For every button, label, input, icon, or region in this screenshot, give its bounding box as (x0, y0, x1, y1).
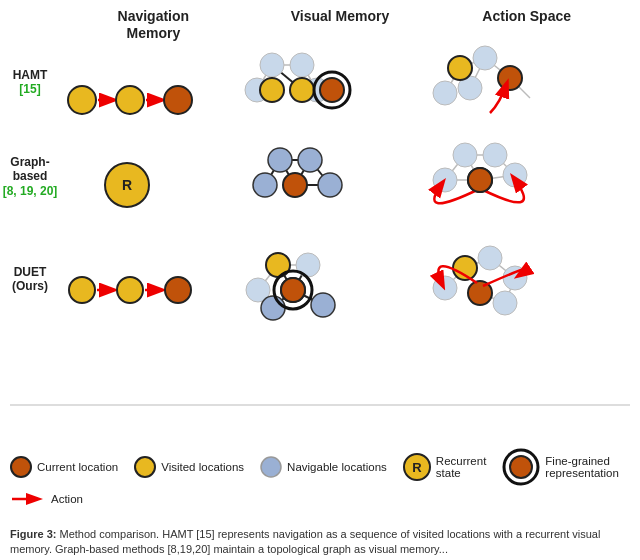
svg-point-0 (68, 86, 96, 114)
svg-point-72 (261, 296, 285, 320)
svg-point-56 (69, 277, 95, 303)
main-container: NavigationMemory Visual Memory Action Sp… (0, 0, 640, 560)
legend-fine-grained-label: Fine-grainedrepresentation (545, 455, 619, 479)
svg-point-42 (283, 173, 307, 197)
svg-point-28 (448, 56, 472, 80)
svg-point-39 (268, 148, 292, 172)
svg-point-13 (290, 53, 314, 77)
svg-point-12 (260, 53, 284, 77)
svg-point-4 (164, 86, 192, 114)
header-row: NavigationMemory Visual Memory Action Sp… (60, 8, 620, 42)
svg-point-41 (318, 173, 342, 197)
svg-text:R: R (412, 460, 422, 475)
svg-point-52 (503, 163, 527, 187)
header-visual-memory: Visual Memory (247, 8, 434, 42)
svg-point-60 (165, 277, 191, 303)
svg-point-93 (510, 456, 532, 478)
legend-action: Action (10, 490, 83, 508)
svg-point-29 (498, 66, 522, 90)
legend-visited-label: Visited locations (161, 461, 244, 473)
legend-current-location: Current location (10, 456, 118, 478)
legend-navigable-label: Navigable locations (287, 461, 387, 473)
svg-point-55 (468, 168, 492, 192)
header-nav-memory: NavigationMemory (60, 8, 247, 42)
svg-point-58 (117, 277, 143, 303)
svg-point-82 (478, 246, 502, 270)
legend: Current location Visited locations Navig… (10, 448, 630, 508)
header-action-space: Action Space (433, 8, 620, 42)
svg-point-38 (253, 173, 277, 197)
svg-point-40 (298, 148, 322, 172)
diagrams-svg: R (0, 40, 640, 460)
svg-point-16 (260, 78, 284, 102)
svg-point-90 (261, 457, 281, 477)
svg-point-27 (473, 46, 497, 70)
svg-point-17 (290, 78, 314, 102)
svg-point-88 (11, 457, 31, 477)
legend-navigable-locations: Navigable locations (260, 456, 387, 478)
svg-point-51 (433, 168, 457, 192)
caption: Figure 3: Method comparison. HAMT [15] r… (10, 527, 630, 556)
svg-point-71 (311, 293, 335, 317)
svg-point-84 (493, 291, 517, 315)
svg-point-18 (320, 78, 344, 102)
legend-fine-grained: Fine-grainedrepresentation (502, 448, 619, 486)
legend-recurrent-state: R Recurrentstate (403, 453, 487, 481)
svg-point-25 (433, 81, 457, 105)
legend-visited-locations: Visited locations (134, 456, 244, 478)
svg-point-50 (483, 143, 507, 167)
svg-point-81 (433, 276, 457, 300)
svg-point-89 (135, 457, 155, 477)
svg-point-49 (453, 143, 477, 167)
legend-current-label: Current location (37, 461, 118, 473)
legend-action-label: Action (51, 493, 83, 505)
svg-point-73 (281, 278, 305, 302)
svg-point-2 (116, 86, 144, 114)
svg-text:R: R (122, 177, 132, 193)
legend-recurrent-label: Recurrentstate (436, 455, 487, 479)
